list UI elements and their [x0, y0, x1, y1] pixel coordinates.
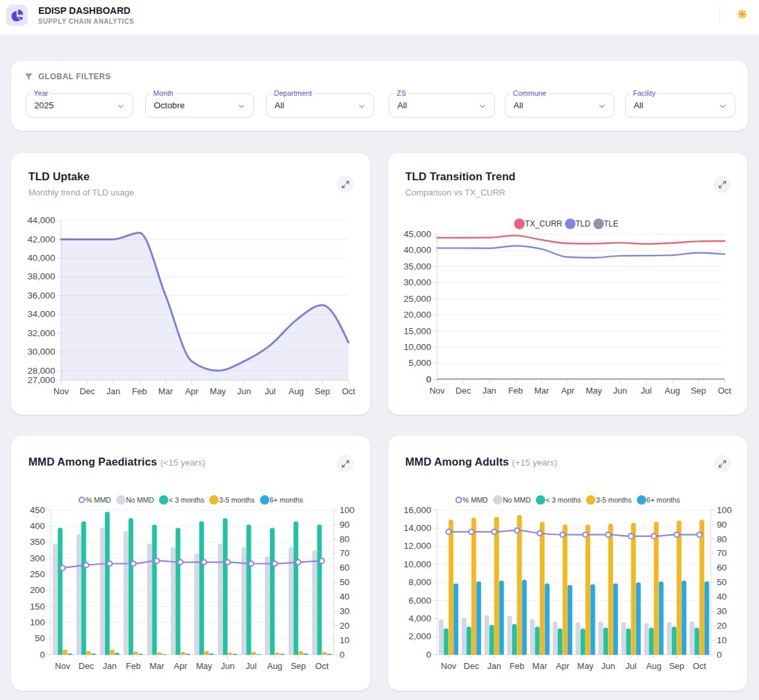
svg-text:Dec: Dec [80, 386, 96, 396]
svg-text:42,000: 42,000 [28, 234, 55, 244]
svg-text:30: 30 [339, 606, 350, 616]
svg-text:450: 450 [30, 505, 45, 515]
svg-text:Feb: Feb [508, 386, 523, 396]
svg-text:Jan: Jan [103, 661, 117, 671]
svg-text:100: 100 [339, 505, 354, 515]
svg-text:Nov: Nov [53, 386, 69, 396]
svg-text:40,000: 40,000 [28, 253, 55, 263]
svg-text:Feb: Feb [510, 661, 524, 671]
svg-text:Jul: Jul [641, 386, 652, 396]
svg-text:40: 40 [339, 592, 350, 602]
svg-text:Jun: Jun [237, 386, 251, 396]
svg-text:0: 0 [339, 650, 345, 660]
svg-text:Apr: Apr [174, 661, 187, 671]
svg-text:150: 150 [30, 602, 45, 612]
svg-text:Oct: Oct [342, 386, 356, 396]
svg-text:2,000: 2,000 [409, 631, 432, 641]
svg-text:40,000: 40,000 [403, 245, 431, 255]
svg-text:12,000: 12,000 [403, 541, 431, 551]
svg-text:0: 0 [426, 374, 432, 384]
svg-text:60: 60 [717, 563, 727, 573]
svg-text:Sep: Sep [691, 386, 706, 396]
svg-text:60: 60 [339, 563, 350, 573]
svg-text:Aug: Aug [665, 386, 680, 396]
svg-text:5,000: 5,000 [409, 358, 432, 368]
svg-text:50: 50 [717, 577, 727, 587]
svg-text:38,000: 38,000 [28, 271, 55, 281]
svg-text:Mar: Mar [150, 661, 165, 671]
svg-text:16,000: 16,000 [403, 505, 431, 515]
svg-text:45,000: 45,000 [403, 229, 431, 239]
svg-text:20: 20 [717, 621, 727, 631]
svg-text:Mar: Mar [158, 386, 174, 396]
svg-text:May: May [210, 386, 226, 396]
svg-text:Nov: Nov [441, 661, 457, 671]
svg-text:Feb: Feb [126, 661, 141, 671]
svg-text:May: May [196, 661, 213, 671]
svg-text:Jul: Jul [265, 386, 276, 396]
svg-text:400: 400 [30, 521, 45, 531]
svg-text:0: 0 [717, 650, 722, 660]
svg-text:70: 70 [717, 548, 727, 558]
svg-text:Jan: Jan [487, 661, 501, 671]
svg-text:Apr: Apr [556, 661, 570, 671]
svg-text:Dec: Dec [455, 386, 471, 396]
svg-text:Feb: Feb [132, 386, 147, 396]
svg-text:20,000: 20,000 [403, 310, 431, 320]
svg-text:32,000: 32,000 [28, 328, 55, 338]
svg-text:250: 250 [30, 569, 45, 579]
svg-text:Oct: Oct [315, 661, 329, 671]
svg-text:44,000: 44,000 [28, 215, 55, 225]
svg-text:90: 90 [717, 520, 727, 530]
svg-text:Nov: Nov [430, 386, 446, 396]
svg-text:30: 30 [717, 606, 727, 616]
svg-text:8,000: 8,000 [409, 577, 432, 587]
svg-text:35,000: 35,000 [403, 262, 431, 271]
svg-text:Aug: Aug [267, 661, 282, 671]
svg-text:70: 70 [339, 548, 350, 558]
svg-text:100: 100 [717, 505, 732, 515]
svg-text:0: 0 [40, 650, 45, 660]
svg-text:15,000: 15,000 [403, 326, 431, 336]
svg-text:Dec: Dec [464, 661, 480, 671]
svg-text:100: 100 [30, 617, 45, 627]
svg-text:80: 80 [339, 534, 350, 544]
svg-text:Sep: Sep [315, 386, 330, 396]
svg-text:4,000: 4,000 [409, 613, 432, 623]
svg-text:10,000: 10,000 [403, 559, 431, 569]
svg-text:Apr: Apr [561, 386, 575, 396]
svg-text:40: 40 [717, 592, 727, 602]
svg-text:350: 350 [30, 537, 45, 547]
svg-text:300: 300 [30, 553, 45, 563]
svg-text:Jul: Jul [246, 661, 257, 671]
svg-text:Jan: Jan [482, 386, 496, 396]
svg-text:Jun: Jun [220, 661, 234, 671]
svg-text:Oct: Oct [718, 386, 732, 396]
svg-text:Aug: Aug [288, 386, 304, 396]
svg-text:Aug: Aug [646, 661, 661, 671]
svg-text:27,000: 27,000 [28, 375, 55, 385]
svg-text:Dec: Dec [79, 661, 94, 671]
svg-text:Jan: Jan [106, 386, 120, 396]
svg-text:10,000: 10,000 [403, 342, 431, 352]
svg-text:Apr: Apr [185, 386, 199, 396]
svg-text:10: 10 [717, 635, 727, 645]
svg-text:30,000: 30,000 [28, 347, 55, 357]
svg-text:May: May [578, 661, 594, 671]
svg-text:May: May [586, 386, 603, 396]
svg-text:30,000: 30,000 [403, 277, 431, 287]
svg-text:Mar: Mar [533, 661, 548, 671]
svg-text:Sep: Sep [290, 661, 306, 671]
svg-text:90: 90 [339, 520, 350, 530]
svg-text:36,000: 36,000 [28, 291, 55, 300]
svg-text:10: 10 [339, 635, 350, 645]
svg-text:6,000: 6,000 [409, 596, 432, 606]
svg-text:14,000: 14,000 [403, 523, 431, 533]
svg-text:Jun: Jun [613, 386, 627, 396]
svg-text:50: 50 [339, 577, 350, 587]
svg-text:Oct: Oct [693, 661, 707, 671]
svg-text:20: 20 [339, 621, 350, 631]
svg-text:50: 50 [35, 633, 46, 643]
svg-text:0: 0 [426, 650, 432, 660]
svg-text:Nov: Nov [55, 661, 71, 671]
